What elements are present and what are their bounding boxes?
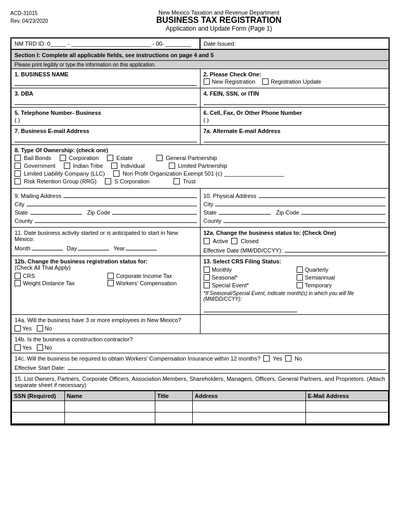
nonprofit-checkbox[interactable]: [113, 170, 119, 177]
quarterly-label: Quarterly: [305, 267, 328, 273]
check-all-label: (Check All That Apply): [15, 264, 197, 271]
employees-yes-item: Yes: [15, 325, 32, 331]
row1-email[interactable]: [305, 401, 389, 413]
physical-state-line[interactable]: [219, 208, 271, 215]
corp-income-label: Corporate Income Tax: [116, 273, 172, 279]
seasonal-months-line[interactable]: [204, 306, 297, 312]
business-name-line[interactable]: [15, 78, 197, 86]
weight-distance-checkbox[interactable]: [15, 280, 21, 286]
mailing-county-label: County: [15, 218, 33, 224]
mailing-city-line[interactable]: [26, 200, 197, 206]
effective-start-date-line[interactable]: [68, 364, 385, 370]
physical-zip-line[interactable]: [301, 208, 385, 215]
mailing-zip-line[interactable]: [112, 208, 196, 215]
physical-address-line[interactable]: [259, 192, 385, 198]
temporary-checkbox[interactable]: [297, 282, 303, 288]
dba-line[interactable]: [15, 98, 197, 105]
cell-fein: 4. FEIN, SSN, or ITIN: [201, 88, 389, 107]
closed-checkbox[interactable]: [231, 238, 237, 244]
workers-comp-no-checkbox[interactable]: [285, 355, 291, 362]
employees-yes-checkbox[interactable]: [15, 325, 21, 331]
active-label: Active: [213, 238, 229, 244]
filing-right: 13. Select CRS Filing Status: Monthly Qu…: [201, 256, 389, 314]
employees-right: [201, 315, 389, 334]
crs-checkbox[interactable]: [15, 273, 21, 279]
indian-tribe-checkbox[interactable]: [64, 163, 70, 169]
year-input[interactable]: [126, 244, 157, 250]
corp-income-item: Corporate Income Tax: [108, 273, 196, 279]
row2-title[interactable]: [155, 413, 193, 424]
field9-label: 9. Mailing Address: [15, 193, 61, 199]
field7-label: 7. Business E-mail Address: [15, 128, 197, 134]
field3-label: 3. DBA: [15, 90, 197, 97]
new-registration-checkbox[interactable]: [204, 78, 210, 85]
special-event-option: Special Event*: [204, 282, 292, 288]
physical-city-line[interactable]: [215, 200, 385, 206]
row2-name[interactable]: [64, 413, 155, 424]
fein-line[interactable]: [204, 98, 386, 105]
row2-email[interactable]: [305, 413, 389, 424]
row-business-name: 1. BUSINESS NAME 2. Please Check One: Ne…: [11, 69, 389, 88]
workers-comp-yes-checkbox[interactable]: [263, 355, 270, 362]
individual-label: Individual: [121, 163, 144, 169]
new-registration-label: New Registration: [212, 78, 256, 85]
mailing-county-line[interactable]: [35, 217, 197, 223]
date-issued-label: Date Issued:: [204, 41, 236, 47]
form-id: ACD-31015 Rev. 04/23/2020: [10, 9, 48, 25]
field5-parens: ( ): [15, 117, 20, 123]
workers-comp-checkbox[interactable]: [108, 280, 114, 286]
date-activity-section: 11. Date business activity started or is…: [11, 228, 389, 256]
form-title: BUSINESS TAX REGISTRATION: [48, 16, 390, 25]
cell-telephone: 5. Telephone Number- Business ( ): [11, 108, 201, 125]
physical-county-line[interactable]: [223, 217, 385, 223]
individual-checkbox[interactable]: [111, 163, 117, 169]
registration-update-label: Registration Update: [271, 78, 321, 85]
government-checkbox[interactable]: [15, 163, 21, 169]
mailing-state-line[interactable]: [30, 208, 82, 215]
month-input[interactable]: [32, 244, 63, 250]
row1-title[interactable]: [155, 401, 193, 413]
row2-ssn[interactable]: [12, 413, 65, 424]
field11-label: 11. Date business activity started or is…: [15, 230, 178, 242]
s-corporation-checkbox[interactable]: [105, 178, 111, 184]
field7a-label: 7a. Alternate E-mail Address: [204, 128, 386, 134]
row1-name[interactable]: [64, 401, 155, 413]
registration-update-checkbox[interactable]: [262, 78, 269, 85]
construction-row: 14b. Is the business a construction cont…: [11, 334, 389, 353]
row1-address[interactable]: [193, 401, 306, 413]
seasonal-checkbox[interactable]: [204, 274, 210, 281]
estate-label: Estate: [116, 155, 132, 161]
field5-label: 5. Telephone Number- Business: [15, 110, 197, 116]
general-partnership-checkbox[interactable]: [156, 155, 163, 161]
rrg-checkbox[interactable]: [15, 178, 21, 184]
limited-partnership-checkbox[interactable]: [169, 163, 175, 169]
trust-checkbox[interactable]: [174, 178, 180, 184]
year-label: Year: [113, 245, 125, 251]
monthly-checkbox[interactable]: [204, 267, 210, 273]
day-input[interactable]: [78, 244, 109, 250]
quarterly-checkbox[interactable]: [297, 267, 303, 273]
row2-address[interactable]: [193, 413, 306, 424]
physical-county-label: County: [204, 218, 222, 224]
bail-bonds-checkbox[interactable]: [15, 155, 21, 161]
weight-distance-label: Weight Distance Tax: [23, 280, 75, 286]
llc-checkbox[interactable]: [15, 170, 21, 177]
alt-email-line[interactable]: [204, 135, 386, 142]
construction-no-checkbox[interactable]: [37, 344, 43, 351]
employees-no-checkbox[interactable]: [37, 325, 43, 331]
estate-checkbox[interactable]: [107, 155, 113, 161]
mailing-address-line[interactable]: [63, 192, 197, 198]
nm-trd-label: NM TRD ID: 0_____ - ____________________…: [15, 41, 191, 47]
semiannual-label: Semiannual: [305, 274, 335, 281]
corp-income-checkbox[interactable]: [108, 273, 114, 279]
business-email-line[interactable]: [15, 135, 197, 142]
effective-date-line[interactable]: [285, 246, 385, 252]
active-checkbox[interactable]: [204, 238, 210, 244]
construction-yes-checkbox[interactable]: [15, 344, 21, 351]
semiannual-checkbox[interactable]: [297, 274, 303, 281]
physical-zip-label: Zip Code: [276, 209, 299, 216]
row1-ssn[interactable]: [12, 401, 65, 413]
field2-label: 2. Please Check One:: [204, 71, 386, 77]
special-event-checkbox[interactable]: [204, 282, 210, 288]
corporation-checkbox[interactable]: [60, 155, 66, 161]
